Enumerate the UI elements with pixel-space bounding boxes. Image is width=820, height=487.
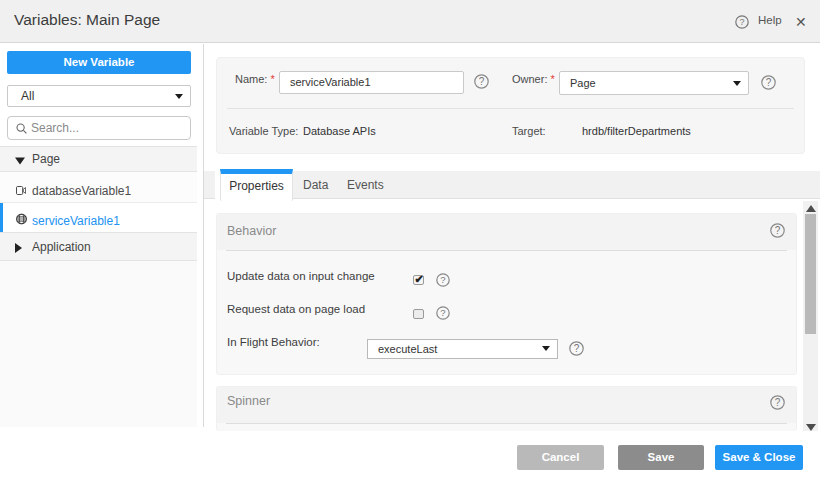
svg-text:?: ? <box>479 76 485 87</box>
svg-text:?: ? <box>739 17 744 27</box>
svg-text:?: ? <box>775 397 781 408</box>
svg-text:?: ? <box>766 77 772 88</box>
svg-text:?: ? <box>440 307 445 318</box>
svg-text:?: ? <box>574 343 580 354</box>
svg-text:?: ? <box>775 225 781 236</box>
svg-text:?: ? <box>440 274 445 285</box>
